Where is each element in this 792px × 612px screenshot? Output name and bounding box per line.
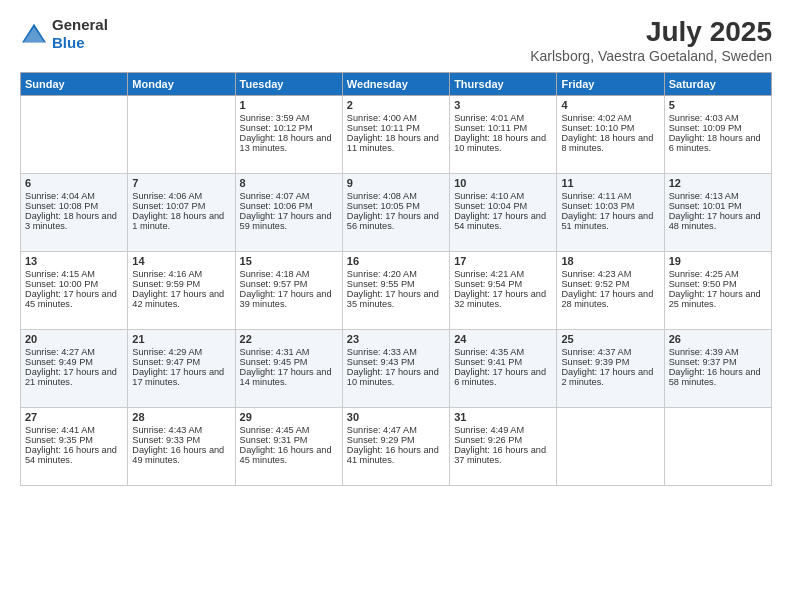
day-number: 27	[25, 411, 123, 423]
day-info: Daylight: 17 hours and 17 minutes.	[132, 367, 230, 387]
day-info: Sunrise: 4:01 AM	[454, 113, 552, 123]
calendar-cell: 23Sunrise: 4:33 AMSunset: 9:43 PMDayligh…	[342, 330, 449, 408]
day-number: 12	[669, 177, 767, 189]
day-info: Daylight: 18 hours and 6 minutes.	[669, 133, 767, 153]
calendar-cell	[128, 96, 235, 174]
day-info: Sunset: 9:54 PM	[454, 279, 552, 289]
calendar-cell: 8Sunrise: 4:07 AMSunset: 10:06 PMDayligh…	[235, 174, 342, 252]
day-info: Sunset: 9:41 PM	[454, 357, 552, 367]
day-number: 7	[132, 177, 230, 189]
calendar-cell: 7Sunrise: 4:06 AMSunset: 10:07 PMDayligh…	[128, 174, 235, 252]
day-info: Daylight: 17 hours and 21 minutes.	[25, 367, 123, 387]
day-info: Sunrise: 4:23 AM	[561, 269, 659, 279]
calendar-cell: 18Sunrise: 4:23 AMSunset: 9:52 PMDayligh…	[557, 252, 664, 330]
day-info: Daylight: 18 hours and 1 minute.	[132, 211, 230, 231]
day-number: 29	[240, 411, 338, 423]
day-info: Sunrise: 4:07 AM	[240, 191, 338, 201]
day-number: 10	[454, 177, 552, 189]
week-row-3: 13Sunrise: 4:15 AMSunset: 10:00 PMDaylig…	[21, 252, 772, 330]
day-info: Sunset: 10:11 PM	[347, 123, 445, 133]
calendar-cell: 20Sunrise: 4:27 AMSunset: 9:49 PMDayligh…	[21, 330, 128, 408]
day-number: 3	[454, 99, 552, 111]
day-info: Sunset: 10:11 PM	[454, 123, 552, 133]
day-number: 28	[132, 411, 230, 423]
day-info: Sunrise: 4:25 AM	[669, 269, 767, 279]
day-info: Sunrise: 4:27 AM	[25, 347, 123, 357]
day-number: 15	[240, 255, 338, 267]
calendar-cell: 13Sunrise: 4:15 AMSunset: 10:00 PMDaylig…	[21, 252, 128, 330]
day-info: Sunset: 9:55 PM	[347, 279, 445, 289]
day-number: 22	[240, 333, 338, 345]
calendar-cell: 1Sunrise: 3:59 AMSunset: 10:12 PMDayligh…	[235, 96, 342, 174]
day-info: Sunrise: 4:02 AM	[561, 113, 659, 123]
day-info: Daylight: 16 hours and 54 minutes.	[25, 445, 123, 465]
day-number: 11	[561, 177, 659, 189]
day-number: 6	[25, 177, 123, 189]
day-info: Daylight: 17 hours and 6 minutes.	[454, 367, 552, 387]
day-number: 1	[240, 99, 338, 111]
day-number: 26	[669, 333, 767, 345]
day-info: Daylight: 17 hours and 51 minutes.	[561, 211, 659, 231]
day-info: Sunset: 10:06 PM	[240, 201, 338, 211]
day-number: 4	[561, 99, 659, 111]
day-info: Sunset: 9:57 PM	[240, 279, 338, 289]
week-row-5: 27Sunrise: 4:41 AMSunset: 9:35 PMDayligh…	[21, 408, 772, 486]
day-info: Sunrise: 4:31 AM	[240, 347, 338, 357]
calendar-cell: 25Sunrise: 4:37 AMSunset: 9:39 PMDayligh…	[557, 330, 664, 408]
column-header-saturday: Saturday	[664, 73, 771, 96]
calendar-cell: 9Sunrise: 4:08 AMSunset: 10:05 PMDayligh…	[342, 174, 449, 252]
header-row: SundayMondayTuesdayWednesdayThursdayFrid…	[21, 73, 772, 96]
day-info: Sunrise: 3:59 AM	[240, 113, 338, 123]
calendar-cell: 21Sunrise: 4:29 AMSunset: 9:47 PMDayligh…	[128, 330, 235, 408]
calendar-cell: 29Sunrise: 4:45 AMSunset: 9:31 PMDayligh…	[235, 408, 342, 486]
day-number: 31	[454, 411, 552, 423]
column-header-tuesday: Tuesday	[235, 73, 342, 96]
day-info: Sunrise: 4:04 AM	[25, 191, 123, 201]
day-info: Daylight: 18 hours and 8 minutes.	[561, 133, 659, 153]
day-info: Daylight: 17 hours and 14 minutes.	[240, 367, 338, 387]
day-info: Sunset: 9:39 PM	[561, 357, 659, 367]
column-header-friday: Friday	[557, 73, 664, 96]
day-info: Sunrise: 4:06 AM	[132, 191, 230, 201]
day-info: Sunset: 10:01 PM	[669, 201, 767, 211]
page: General Blue July 2025 Karlsborg, Vaestr…	[0, 0, 792, 612]
calendar-cell: 16Sunrise: 4:20 AMSunset: 9:55 PMDayligh…	[342, 252, 449, 330]
calendar-cell: 6Sunrise: 4:04 AMSunset: 10:08 PMDayligh…	[21, 174, 128, 252]
calendar-cell: 15Sunrise: 4:18 AMSunset: 9:57 PMDayligh…	[235, 252, 342, 330]
day-number: 30	[347, 411, 445, 423]
calendar-cell: 12Sunrise: 4:13 AMSunset: 10:01 PMDaylig…	[664, 174, 771, 252]
week-row-2: 6Sunrise: 4:04 AMSunset: 10:08 PMDayligh…	[21, 174, 772, 252]
calendar-cell	[557, 408, 664, 486]
day-info: Daylight: 17 hours and 35 minutes.	[347, 289, 445, 309]
day-number: 21	[132, 333, 230, 345]
day-number: 2	[347, 99, 445, 111]
day-info: Daylight: 18 hours and 3 minutes.	[25, 211, 123, 231]
day-info: Sunset: 9:33 PM	[132, 435, 230, 445]
day-info: Sunset: 10:07 PM	[132, 201, 230, 211]
day-info: Sunset: 10:09 PM	[669, 123, 767, 133]
logo-text: General Blue	[52, 16, 108, 52]
calendar-cell: 30Sunrise: 4:47 AMSunset: 9:29 PMDayligh…	[342, 408, 449, 486]
subtitle: Karlsborg, Vaestra Goetaland, Sweden	[530, 48, 772, 64]
calendar-cell: 28Sunrise: 4:43 AMSunset: 9:33 PMDayligh…	[128, 408, 235, 486]
day-info: Sunrise: 4:49 AM	[454, 425, 552, 435]
calendar-cell: 4Sunrise: 4:02 AMSunset: 10:10 PMDayligh…	[557, 96, 664, 174]
day-number: 8	[240, 177, 338, 189]
day-info: Sunset: 10:03 PM	[561, 201, 659, 211]
day-number: 16	[347, 255, 445, 267]
day-info: Sunset: 9:45 PM	[240, 357, 338, 367]
calendar-cell: 17Sunrise: 4:21 AMSunset: 9:54 PMDayligh…	[450, 252, 557, 330]
calendar-cell: 3Sunrise: 4:01 AMSunset: 10:11 PMDayligh…	[450, 96, 557, 174]
day-number: 24	[454, 333, 552, 345]
day-info: Sunset: 9:37 PM	[669, 357, 767, 367]
day-info: Sunrise: 4:41 AM	[25, 425, 123, 435]
day-info: Daylight: 17 hours and 39 minutes.	[240, 289, 338, 309]
logo-icon	[20, 22, 48, 46]
day-info: Daylight: 17 hours and 56 minutes.	[347, 211, 445, 231]
day-number: 13	[25, 255, 123, 267]
calendar-cell: 22Sunrise: 4:31 AMSunset: 9:45 PMDayligh…	[235, 330, 342, 408]
day-info: Sunset: 9:43 PM	[347, 357, 445, 367]
header: General Blue July 2025 Karlsborg, Vaestr…	[20, 16, 772, 64]
day-info: Daylight: 16 hours and 37 minutes.	[454, 445, 552, 465]
svg-marker-1	[24, 27, 45, 42]
